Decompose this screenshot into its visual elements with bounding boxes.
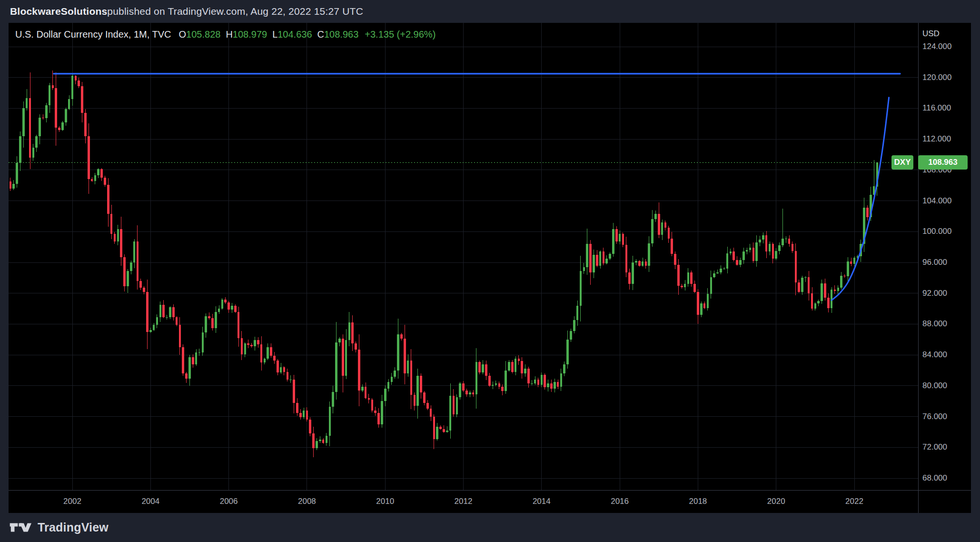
time-tick-label: 2016 [611,497,629,506]
time-axis[interactable]: 2002200420062008201020122014201620182020… [9,490,971,513]
badge-price: 108.963 [918,155,968,170]
price-tick-label: 96.000 [922,258,947,267]
last-price-badge: DXY 108.963 [891,155,968,170]
symbol-legend: U.S. Dollar Currency Index, 1M, TVC O105… [15,29,436,40]
legend-change: +3.135 (+2.96%) [365,29,436,40]
tradingview-logo-icon [10,522,31,532]
footer-bar: TradingView [0,513,980,542]
time-tick-label: 2020 [767,497,785,506]
price-tick-label: 112.000 [922,134,951,144]
tradingview-chart-snapshot: BlockwareSolutions published on TradingV… [0,0,980,542]
header-bar: BlockwareSolutions published on TradingV… [0,0,980,23]
legend-low: L104.636 [272,29,312,40]
brand-wordmark: TradingView [38,521,109,534]
time-tick-label: 2012 [455,497,473,506]
time-tick-label: 2002 [63,497,81,506]
badge-symbol: DXY [891,155,913,170]
time-tick-label: 2014 [533,497,551,506]
time-tick-label: 2004 [141,497,159,506]
price-tick-label: 124.000 [922,42,951,51]
time-tick-label: 2022 [845,497,863,506]
chart-panel[interactable]: U.S. Dollar Currency Index, 1M, TVC O105… [9,23,971,513]
price-tick-label: 88.000 [922,319,947,329]
time-tick-label: 2018 [689,497,707,506]
price-tick-label: 104.000 [922,196,951,206]
time-tick-label: 2006 [220,497,238,506]
header-caption: published on TradingView.com, Aug 22, 20… [107,6,363,17]
symbol-title: U.S. Dollar Currency Index, 1M, TVC [15,29,171,40]
price-tick-label: 72.000 [922,442,947,452]
legend-high: H108.979 [226,29,267,40]
time-tick-label: 2010 [376,497,394,506]
price-tick-label: 68.000 [922,473,947,483]
legend-open: O105.828 [179,29,221,40]
legend-close: C108.963 [317,29,359,40]
price-tick-label: 80.000 [922,381,947,391]
time-tick-label: 2008 [298,497,316,506]
price-tick-label: 100.000 [922,227,951,236]
plot-area [9,70,900,457]
author-name: BlockwareSolutions [10,6,107,17]
tradingview-logo-link[interactable]: TradingView [10,521,109,534]
price-tick-label: 76.000 [922,412,947,422]
price-tick-label: 116.000 [922,103,951,113]
price-chart-canvas[interactable] [9,23,971,513]
price-tick-label: 120.000 [922,73,951,82]
price-tick-label: 92.000 [922,289,947,298]
price-axis-currency-label: USD [922,29,940,39]
price-axis[interactable]: 124.000120.000116.000112.000108.000104.0… [918,23,971,490]
price-tick-label: 84.000 [922,350,947,360]
